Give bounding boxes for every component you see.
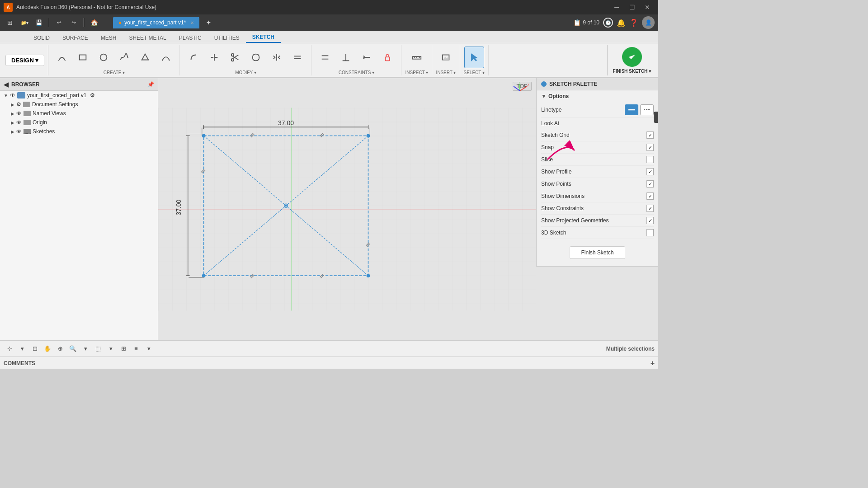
browser-item-part[interactable]: ▼ 👁 your_first_cnced_part v1 ⚙: [0, 91, 158, 100]
comments-label: COMMENTS: [4, 360, 35, 366]
options-section-header[interactable]: ▼ Options: [541, 93, 654, 99]
offset-button[interactable]: [246, 47, 266, 68]
file-menu-button[interactable]: 📁▾: [18, 16, 31, 29]
slice-checkbox[interactable]: [646, 156, 654, 163]
canvas-area[interactable]: 37.00 37.00 TOP X Y SKETCH P: [158, 78, 658, 340]
help-button[interactable]: ❓: [629, 19, 638, 27]
equal-button[interactable]: [288, 47, 307, 68]
horizontal-button[interactable]: [357, 47, 377, 68]
home-button[interactable]: 🏠: [88, 16, 100, 29]
new-tab-button[interactable]: +: [202, 16, 215, 29]
display-button[interactable]: ≡: [130, 343, 142, 355]
pan-button[interactable]: ✋: [42, 343, 53, 355]
tab-surface[interactable]: SURFACE: [56, 33, 94, 43]
show-dimensions-label: Show Dimensions: [541, 193, 585, 199]
show-projected-row: Show Projected Geometries: [541, 215, 654, 227]
trim-tool-button[interactable]: [204, 47, 224, 68]
perpendicular-button[interactable]: [336, 47, 356, 68]
show-dimensions-row: Show Dimensions: [541, 190, 654, 202]
show-points-label: Show Points: [541, 181, 571, 187]
minimize-button[interactable]: ─: [609, 0, 624, 14]
eye-visible-icon: 👁: [10, 92, 15, 99]
snap-checkbox[interactable]: [646, 144, 654, 151]
fillet-tool-button[interactable]: [184, 47, 203, 68]
show-profile-checkbox[interactable]: [646, 168, 654, 175]
notifications-button[interactable]: 🔔: [617, 19, 626, 27]
maximize-button[interactable]: ☐: [625, 0, 639, 14]
browser-item-sketches[interactable]: ▶ 👁 Sketches: [0, 127, 158, 136]
show-constraints-checkbox[interactable]: [646, 205, 654, 212]
line-tool-button[interactable]: [52, 47, 72, 68]
timer-indicator: 🕐: [603, 18, 613, 28]
viewport-mode-dropdown[interactable]: ▾: [105, 343, 117, 355]
svg-point-34: [202, 134, 206, 138]
show-projected-checkbox[interactable]: [646, 217, 654, 224]
tab-mesh[interactable]: MESH: [94, 33, 123, 43]
app-icon: A: [4, 3, 13, 12]
linetype-label: Linetype: [541, 107, 561, 113]
select-button[interactable]: [464, 47, 484, 68]
construction-line-button[interactable]: [640, 104, 654, 115]
expand-icon2: ▶: [11, 102, 14, 107]
finish-sketch-button[interactable]: Finish Sketch: [570, 246, 625, 259]
separator2: [84, 18, 84, 27]
sketch-grid-checkbox[interactable]: [646, 131, 654, 139]
tab-utilities[interactable]: UTILITIES: [208, 33, 246, 43]
show-dimensions-checkbox[interactable]: [646, 192, 654, 200]
slice-label: Slice: [541, 156, 553, 163]
folder-icon-views: [24, 111, 31, 116]
orbit-button[interactable]: ▾: [16, 343, 28, 355]
display-dropdown[interactable]: ▾: [143, 343, 155, 355]
spline-tool-button[interactable]: [114, 47, 134, 68]
finish-sketch-ribbon-button[interactable]: FINISH SKETCH ▾: [613, 47, 651, 74]
doc-tab-active[interactable]: ● your_first_cnced_part v1* ✕: [113, 17, 199, 28]
browser-item-named-views[interactable]: ▶ 👁 Named Views: [0, 109, 158, 118]
tab-sketch[interactable]: SKETCH: [246, 32, 281, 43]
comments-bar[interactable]: COMMENTS +: [0, 357, 658, 369]
user-avatar[interactable]: 👤: [642, 16, 655, 29]
browser-pin-button[interactable]: 📌: [147, 81, 154, 88]
tab-solid[interactable]: SOLID: [27, 33, 56, 43]
solid-line-button[interactable]: [625, 104, 638, 115]
browser-item-doc-settings[interactable]: ▶ ⚙ Document Settings: [0, 100, 158, 109]
grid-button[interactable]: ⊞: [118, 343, 129, 355]
redo-button[interactable]: ↪: [67, 16, 80, 29]
grid-menu-button[interactable]: ⊞: [4, 16, 16, 29]
insert-image-button[interactable]: [436, 47, 456, 68]
show-projected-label: Show Projected Geometries: [541, 217, 609, 224]
app-title: Autodesk Fusion 360 (Personal - Not for …: [16, 4, 156, 10]
3d-sketch-checkbox[interactable]: [646, 229, 654, 236]
parallel-constraint-button[interactable]: [315, 47, 335, 68]
lock-constraint-button[interactable]: [377, 47, 397, 68]
viewport-mode-button[interactable]: ⬚: [92, 343, 104, 355]
zoom-button[interactable]: 🔍: [67, 343, 79, 355]
polygon-tool-button[interactable]: [135, 47, 155, 68]
zoom-dropdown[interactable]: ▾: [80, 343, 91, 355]
view-tool-group: ⊹ ▾ ⊡ ✋ ⊕ 🔍 ▾ ⬚ ▾ ⊞ ≡ ▾: [4, 343, 155, 355]
point-select-button[interactable]: ⊕: [54, 343, 66, 355]
scissors-button[interactable]: [225, 47, 245, 68]
rectangle-tool-button[interactable]: [73, 47, 93, 68]
save-button[interactable]: 💾: [33, 16, 45, 29]
mirror-button[interactable]: [267, 47, 287, 68]
add-comment-button[interactable]: +: [651, 359, 655, 367]
ribbon-wrapper: SOLID SURFACE MESH SHEET METAL PLASTIC U…: [0, 31, 658, 78]
show-points-checkbox[interactable]: [646, 180, 654, 188]
arc-tool-button[interactable]: [156, 47, 176, 68]
modify-tools: [184, 47, 307, 68]
snap-view-button[interactable]: ⊹: [4, 343, 15, 355]
circle-tool-button[interactable]: [94, 47, 113, 68]
undo-button[interactable]: ↩: [53, 16, 66, 29]
palette-header: SKETCH PALETTE: [537, 78, 658, 90]
doc-tab-close[interactable]: ✕: [190, 20, 194, 25]
select-group: SELECT ▾: [460, 45, 489, 75]
fit-button[interactable]: ⊡: [29, 343, 41, 355]
browser-item-origin[interactable]: ▶ 👁 Origin: [0, 118, 158, 127]
tab-sheetmetal[interactable]: SHEET METAL: [123, 33, 172, 43]
svg-point-39: [285, 205, 287, 206]
close-button[interactable]: ✕: [640, 0, 655, 14]
constraints-label: CONSTRAINTS ▾: [339, 69, 374, 75]
measure-button[interactable]: [407, 47, 427, 68]
design-dropdown-button[interactable]: DESIGN ▾: [5, 55, 44, 66]
tab-plastic[interactable]: PLASTIC: [173, 33, 208, 43]
